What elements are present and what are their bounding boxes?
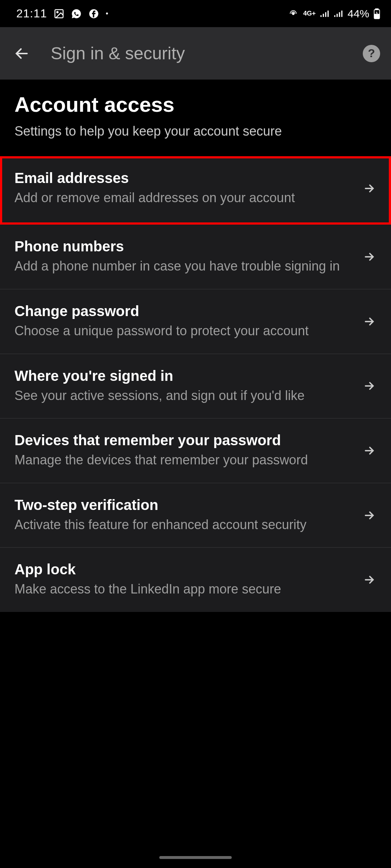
item-subtitle: Manage the devices that remember your pa… bbox=[14, 451, 351, 469]
item-subtitle: Activate this feature for enhanced accou… bbox=[14, 516, 351, 534]
chevron-right-icon bbox=[362, 314, 377, 329]
list-item-app-lock[interactable]: App lock Make access to the LinkedIn app… bbox=[0, 548, 391, 612]
settings-list: Email addresses Add or remove email addr… bbox=[0, 156, 391, 612]
status-bar: 21:11 • 4G+ 44% bbox=[0, 0, 391, 27]
item-title: Email addresses bbox=[14, 170, 351, 186]
item-subtitle: Add or remove email addresses on your ac… bbox=[14, 189, 351, 207]
help-icon: ? bbox=[368, 47, 375, 60]
item-title: Two-step verification bbox=[14, 497, 351, 513]
status-right: 4G+ 44% bbox=[288, 8, 380, 20]
help-button[interactable]: ? bbox=[363, 45, 380, 62]
chevron-right-icon bbox=[362, 443, 377, 458]
battery-icon bbox=[374, 8, 380, 19]
item-content: Where you're signed in See your active s… bbox=[14, 368, 351, 405]
svg-point-3 bbox=[293, 13, 294, 14]
battery-percent: 44% bbox=[348, 8, 369, 20]
app-bar: Sign in & security ? bbox=[0, 27, 391, 80]
signal-icon-1 bbox=[320, 10, 329, 18]
item-title: Devices that remember your password bbox=[14, 432, 351, 448]
list-item-phone-numbers[interactable]: Phone numbers Add a phone number in case… bbox=[0, 225, 391, 289]
list-item-where-signed-in[interactable]: Where you're signed in See your active s… bbox=[0, 354, 391, 419]
chevron-right-icon bbox=[362, 379, 377, 393]
svg-rect-5 bbox=[375, 9, 378, 10]
hotspot-icon bbox=[288, 8, 299, 19]
list-item-change-password[interactable]: Change password Choose a unique password… bbox=[0, 289, 391, 354]
signal-icon-2 bbox=[334, 10, 343, 18]
chevron-right-icon bbox=[362, 508, 377, 523]
item-subtitle: Add a phone number in case you have trou… bbox=[14, 258, 351, 275]
dot-icon: • bbox=[106, 9, 108, 18]
chevron-right-icon bbox=[362, 573, 377, 587]
list-item-devices-remember-password[interactable]: Devices that remember your password Mana… bbox=[0, 418, 391, 483]
item-content: Change password Choose a unique password… bbox=[14, 303, 351, 340]
item-content: Email addresses Add or remove email addr… bbox=[14, 170, 351, 207]
item-content: Two-step verification Activate this feat… bbox=[14, 497, 351, 534]
item-subtitle: Make access to the LinkedIn app more sec… bbox=[14, 580, 351, 598]
app-bar-title: Sign in & security bbox=[51, 43, 345, 63]
facebook-icon bbox=[88, 8, 99, 19]
image-icon bbox=[54, 8, 64, 19]
back-button[interactable] bbox=[11, 43, 33, 64]
chevron-right-icon bbox=[362, 181, 377, 196]
page-title: Account access bbox=[14, 92, 377, 116]
item-content: Phone numbers Add a phone number in case… bbox=[14, 238, 351, 275]
list-item-email-addresses[interactable]: Email addresses Add or remove email addr… bbox=[0, 156, 391, 225]
network-type: 4G+ bbox=[303, 10, 316, 17]
item-subtitle: Choose a unique password to protect your… bbox=[14, 322, 351, 340]
home-indicator[interactable] bbox=[159, 856, 232, 859]
item-title: App lock bbox=[14, 561, 351, 578]
svg-rect-6 bbox=[375, 14, 379, 18]
list-item-two-step-verification[interactable]: Two-step verification Activate this feat… bbox=[0, 483, 391, 548]
item-subtitle: See your active sessions, and sign out i… bbox=[14, 387, 351, 405]
page-header: Account access Settings to help you keep… bbox=[0, 80, 391, 156]
chevron-right-icon bbox=[362, 250, 377, 264]
item-content: App lock Make access to the LinkedIn app… bbox=[14, 561, 351, 598]
item-title: Phone numbers bbox=[14, 238, 351, 255]
item-content: Devices that remember your password Mana… bbox=[14, 432, 351, 469]
page-subtitle: Settings to help you keep your account s… bbox=[14, 123, 377, 140]
svg-point-1 bbox=[57, 11, 58, 13]
whatsapp-icon bbox=[71, 8, 82, 19]
item-title: Change password bbox=[14, 303, 351, 319]
status-left: 21:11 • bbox=[16, 7, 108, 20]
status-time: 21:11 bbox=[16, 7, 47, 20]
item-title: Where you're signed in bbox=[14, 368, 351, 384]
